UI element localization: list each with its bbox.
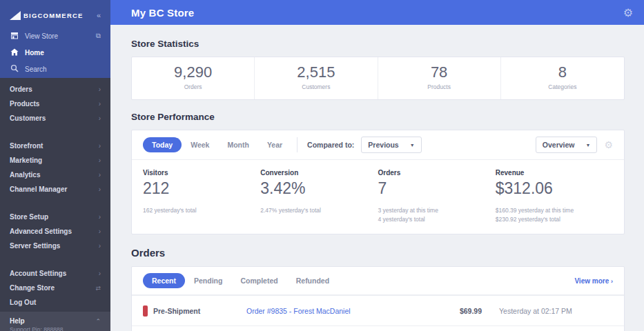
stat-label: Products <box>378 83 500 90</box>
tab-week[interactable]: Week <box>182 137 218 152</box>
sidebar-item-view-store[interactable]: View Store ⧉ <box>0 28 110 44</box>
table-row[interactable]: Pre-Shipment Order #9835 - Forest MacDan… <box>132 295 624 325</box>
sidebar-item-label: Change Store <box>10 284 55 292</box>
caret-down-icon: ▼ <box>410 143 415 148</box>
chevron-up-icon: ⌃ <box>95 318 101 325</box>
performance-metrics: Visitors 212 162 yesterday's total Conve… <box>132 160 624 224</box>
sidebar-item-store-setup[interactable]: Store Setup › <box>0 210 110 224</box>
view-more-link[interactable]: View more › <box>574 277 613 285</box>
sidebar-nav-group-marketing: Storefront › Marketing › Analytics › Cha… <box>0 134 110 201</box>
sidebar-nav-group-account: Account Settings › Change Store ⇄ Log Ou… <box>0 262 110 314</box>
chevron-right-icon: › <box>99 242 101 250</box>
stat-categories: 8 Categories <box>501 57 624 99</box>
metric-label: Revenue <box>496 169 613 177</box>
stat-orders: 9,290 Orders <box>132 57 255 99</box>
help-section[interactable]: Help ⌃ Support Pin: 888888 <box>0 312 110 331</box>
tab-completed[interactable]: Completed <box>231 273 286 288</box>
sidebar-item-orders[interactable]: Orders › <box>0 82 110 97</box>
chevron-right-icon: › <box>99 157 101 164</box>
sidebar-item-storefront[interactable]: Storefront › <box>0 139 110 153</box>
sidebar-item-change-store[interactable]: Change Store ⇄ <box>0 281 110 295</box>
metric-sub: 162 yesterday's total <box>143 206 260 215</box>
sidebar-item-label: Analytics <box>10 171 40 179</box>
stat-value: 78 <box>378 63 500 81</box>
performance-toolbar: Today Week Month Year Compared to: Previ… <box>132 130 624 160</box>
chevron-right-icon: › <box>99 114 101 122</box>
metric-value: $312.06 <box>496 179 613 198</box>
sidebar-item-marketing[interactable]: Marketing › <box>0 153 110 168</box>
compared-to-label: Compared to: <box>307 141 354 149</box>
chevron-right-icon: › <box>99 213 101 221</box>
metric-value: 7 <box>378 179 496 198</box>
store-performance-card: Today Week Month Year Compared to: Previ… <box>131 130 625 234</box>
sidebar-item-log-out[interactable]: Log Out <box>0 295 110 310</box>
tab-today[interactable]: Today <box>143 137 182 152</box>
sidebar-item-label: Search <box>25 66 47 73</box>
metric-revenue: Revenue $312.06 $160.39 yesterday at thi… <box>496 169 613 224</box>
logo-sail-icon <box>10 11 21 20</box>
bigcommerce-logo[interactable]: BIGCOMMERCE <box>10 11 84 20</box>
performance-settings-gear-icon[interactable]: ⚙ <box>604 139 613 150</box>
tab-year[interactable]: Year <box>258 137 291 152</box>
search-icon <box>10 64 19 74</box>
sidebar-item-advanced-settings[interactable]: Advanced Settings › <box>0 224 110 239</box>
metric-sub: $230.92 yesterday's total <box>496 215 613 224</box>
storefront-icon <box>10 32 19 41</box>
sidebar-nav-group-settings: Store Setup › Advanced Settings › Server… <box>0 205 110 257</box>
sidebar-item-label: Channel Manager <box>10 185 67 193</box>
metric-sub: $160.39 yesterday at this time <box>496 206 613 215</box>
tab-refunded[interactable]: Refunded <box>287 273 338 288</box>
swap-arrows-icon: ⇄ <box>95 285 101 292</box>
store-title: My BC Store <box>131 7 194 19</box>
sidebar-item-label: View Store <box>25 32 58 40</box>
stat-customers: 2,515 Customers <box>255 57 378 99</box>
table-row[interactable]: Pre-Shipment Order #9834 - Tacitus Cornb… <box>132 325 624 331</box>
sidebar-item-label: Storefront <box>10 142 43 150</box>
sidebar-item-channel-manager[interactable]: Channel Manager › <box>0 182 110 197</box>
support-pin: Support Pin: 888888 <box>10 326 101 331</box>
sidebar-item-label: Home <box>25 49 44 57</box>
external-link-icon: ⧉ <box>96 32 101 40</box>
sidebar-item-search[interactable]: Search <box>0 61 110 77</box>
help-label: Help <box>10 317 25 325</box>
settings-gear-icon[interactable]: ⚙ <box>623 6 633 19</box>
tab-month[interactable]: Month <box>218 137 258 152</box>
sidebar: BIGCOMMERCE « View Store ⧉ Home Search O… <box>0 0 110 331</box>
order-link[interactable]: Order #9835 - Forest MacDaniel <box>246 307 427 315</box>
chevron-right-icon: › <box>99 86 101 93</box>
sidebar-item-products[interactable]: Products › <box>0 97 110 111</box>
order-status: Pre-Shipment <box>153 307 200 315</box>
stat-products: 78 Products <box>378 57 501 99</box>
store-statistics-title: Store Statistics <box>131 39 625 49</box>
sidebar-item-home[interactable]: Home <box>0 44 110 61</box>
view-more-label: View more <box>574 277 609 285</box>
sidebar-item-label: Customers <box>10 114 46 122</box>
tab-recent[interactable]: Recent <box>143 273 185 288</box>
overview-select[interactable]: Overview ▼ <box>536 137 598 153</box>
collapse-sidebar-icon[interactable]: « <box>97 11 101 19</box>
orders-card: Recent Pending Completed Refunded View m… <box>131 266 625 331</box>
metric-sub: 3 yesterday at this time <box>378 206 496 215</box>
orders-toolbar: Recent Pending Completed Refunded View m… <box>132 267 624 295</box>
sidebar-item-label: Server Settings <box>10 242 60 250</box>
sidebar-item-analytics[interactable]: Analytics › <box>0 168 110 182</box>
sidebar-item-account-settings[interactable]: Account Settings › <box>0 266 110 281</box>
sidebar-item-customers[interactable]: Customers › <box>0 111 110 126</box>
compared-to-select[interactable]: Previous ▼ <box>361 137 421 153</box>
stat-value: 2,515 <box>255 63 377 81</box>
metric-sub: 4 yesterday's total <box>378 215 496 224</box>
chevron-right-icon: › <box>99 228 101 235</box>
sidebar-item-server-settings[interactable]: Server Settings › <box>0 239 110 253</box>
sidebar-item-label: Products <box>10 100 39 108</box>
chevron-right-icon: › <box>611 278 613 285</box>
metric-value: 3.42% <box>260 179 378 198</box>
sidebar-item-label: Advanced Settings <box>10 228 72 235</box>
order-date: Yesterday at 02:17 PM <box>482 307 613 315</box>
tab-pending[interactable]: Pending <box>185 273 231 288</box>
stat-value: 8 <box>501 63 624 81</box>
metric-label: Conversion <box>260 169 378 177</box>
sidebar-top-section: BIGCOMMERCE « View Store ⧉ Home Search <box>0 0 110 78</box>
metric-visitors: Visitors 212 162 yesterday's total <box>143 169 260 224</box>
sidebar-item-label: Marketing <box>10 157 42 164</box>
stat-value: 9,290 <box>132 63 254 81</box>
